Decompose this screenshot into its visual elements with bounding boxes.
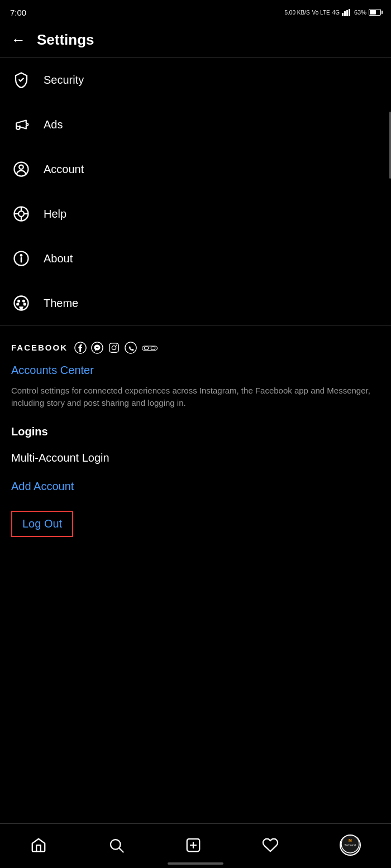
shield-check-icon <box>11 70 31 90</box>
svg-rect-0 <box>342 13 344 16</box>
svg-rect-1 <box>344 11 346 16</box>
profile-avatar: M Technical <box>340 835 361 856</box>
home-icon <box>30 837 47 853</box>
svg-point-8 <box>18 211 24 217</box>
nav-search[interactable] <box>99 833 133 857</box>
whatsapp-icon <box>125 342 137 354</box>
status-right: 5.00 KB/S Vo LTE 4G 63% <box>285 8 381 16</box>
accounts-center-description: Control settings for connected experienc… <box>11 385 380 410</box>
svg-rect-3 <box>349 9 350 16</box>
settings-item-help[interactable]: Help <box>0 191 391 236</box>
svg-point-28 <box>144 346 149 349</box>
svg-point-26 <box>125 342 136 353</box>
svg-point-15 <box>21 255 22 256</box>
megaphone-icon <box>11 114 31 135</box>
multi-account-login[interactable]: Multi-Account Login <box>11 452 380 464</box>
svg-point-24 <box>112 346 116 349</box>
svg-point-29 <box>151 346 155 349</box>
nav-profile[interactable]: M Technical <box>331 831 370 859</box>
facebook-icon <box>74 342 87 354</box>
facebook-label: FACEBOOK <box>11 343 68 352</box>
palette-icon <box>11 293 31 313</box>
lifebuoy-icon <box>11 204 31 224</box>
header: ← Settings <box>0 25 391 57</box>
logins-section: Logins Multi-Account Login Add Account <box>0 425 391 493</box>
svg-point-20 <box>24 303 26 305</box>
logout-button[interactable]: Log Out <box>11 511 73 537</box>
svg-rect-23 <box>109 343 119 352</box>
settings-item-ads[interactable]: Ads <box>0 102 391 147</box>
signal-bars-icon <box>342 8 352 16</box>
theme-label: Theme <box>44 297 78 310</box>
logout-container: Log Out <box>0 511 391 555</box>
svg-rect-2 <box>346 10 348 16</box>
svg-point-17 <box>18 300 20 302</box>
nav-home[interactable] <box>21 833 56 857</box>
settings-item-theme[interactable]: Theme <box>0 281 391 325</box>
ads-label: Ads <box>44 118 63 131</box>
svg-point-18 <box>23 300 25 302</box>
svg-point-25 <box>116 344 117 346</box>
settings-list: Security Ads Account <box>0 57 391 325</box>
search-icon <box>108 837 125 853</box>
svg-text:M: M <box>349 838 352 842</box>
network-speed: 5.00 KB/S <box>285 9 310 16</box>
settings-item-security[interactable]: Security <box>0 57 391 102</box>
meta-icon <box>141 342 158 354</box>
about-label: About <box>44 252 73 265</box>
plus-square-icon <box>185 837 202 853</box>
security-label: Security <box>44 74 84 87</box>
facebook-section: FACEBOOK <box>0 326 391 410</box>
add-account-link[interactable]: Add Account <box>11 480 380 493</box>
bottom-pill <box>168 862 223 865</box>
back-button[interactable]: ← <box>9 30 28 49</box>
svg-point-22 <box>92 342 103 353</box>
info-circle-icon <box>11 248 31 268</box>
instagram-icon <box>108 342 120 354</box>
messenger-icon <box>91 342 103 354</box>
battery-percent: 63% <box>354 9 366 16</box>
person-circle-icon <box>11 159 31 179</box>
facebook-icons <box>74 342 158 354</box>
status-time: 7:00 <box>10 8 26 17</box>
status-bar: 7:00 5.00 KB/S Vo LTE 4G 63% <box>0 0 391 25</box>
page-title: Settings <box>37 31 94 49</box>
accounts-center-link[interactable]: Accounts Center <box>11 364 380 377</box>
heart-icon <box>262 837 279 853</box>
svg-line-31 <box>119 848 123 852</box>
settings-item-about[interactable]: About <box>0 236 391 281</box>
facebook-header: FACEBOOK <box>11 342 380 354</box>
svg-point-4 <box>26 123 28 126</box>
network-type: Vo LTE <box>312 9 330 16</box>
logins-title: Logins <box>11 425 380 438</box>
signal-4g: 4G <box>332 9 340 16</box>
svg-point-6 <box>19 165 23 170</box>
back-arrow-icon: ← <box>11 31 26 48</box>
bottom-spacer <box>0 555 391 605</box>
svg-text:Technical: Technical <box>344 843 356 847</box>
account-label: Account <box>44 163 84 176</box>
battery-icon <box>369 9 381 16</box>
nav-create[interactable] <box>176 833 211 857</box>
nav-activity[interactable] <box>253 833 288 857</box>
avatar-label: M Technical <box>341 835 360 855</box>
settings-item-account[interactable]: Account <box>0 147 391 191</box>
svg-point-19 <box>17 303 18 305</box>
help-label: Help <box>44 208 66 220</box>
bottom-nav: M Technical <box>0 823 391 868</box>
